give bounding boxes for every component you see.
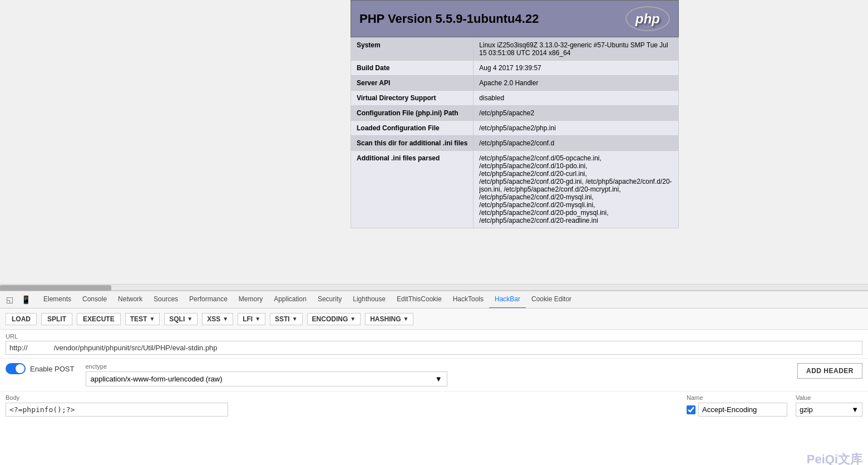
table-cell-label: System	[351, 38, 474, 61]
tab-console[interactable]: Console	[77, 291, 112, 309]
dropdown-arrow-icon: ▼	[255, 316, 260, 322]
devtools-panel: ◱ 📱 ElementsConsoleNetworkSourcesPerform…	[0, 291, 868, 465]
table-cell-value: /etc/php5/apache2/conf.d/05-opcache.ini,…	[474, 151, 679, 228]
enable-post-label: Enable POST	[30, 365, 75, 373]
php-logo-text: php	[635, 11, 660, 27]
table-row: Additional .ini files parsed/etc/php5/ap…	[351, 151, 679, 228]
tab-network[interactable]: Network	[112, 291, 148, 309]
enable-post-section: Enable POST	[6, 363, 75, 374]
table-cell-value: /etc/php5/apache2/php.ini	[474, 121, 679, 136]
tab-hackbar[interactable]: HackBar	[489, 291, 526, 309]
php-header: PHP Version 5.5.9-1ubuntu4.22 php	[351, 0, 679, 37]
watermark: PeiQi文库	[807, 451, 862, 465]
tab-cookie-editor[interactable]: Cookie Editor	[526, 291, 577, 309]
header-value-section: Value gzip ▼	[796, 394, 862, 417]
tab-memory[interactable]: Memory	[233, 291, 268, 309]
device-toggle-icon[interactable]: 📱	[19, 293, 32, 306]
dropdown-arrow-icon: ▼	[292, 316, 298, 322]
table-cell-label: Build Date	[351, 61, 474, 76]
hackbar-dropdown-xss[interactable]: XSS ▼	[202, 313, 233, 325]
dropdown-arrow-icon: ▼	[187, 316, 193, 322]
body-header-section: Body Name Value gzip ▼ PeiQi文库	[0, 391, 868, 419]
scrollbar-thumb[interactable]	[0, 285, 111, 291]
hackbar-dropdown-lfi[interactable]: LFI ▼	[238, 313, 265, 325]
tab-elements[interactable]: Elements	[38, 291, 77, 309]
dropdown-arrow-icon: ▼	[403, 316, 409, 322]
tab-hacktools[interactable]: HackTools	[447, 291, 489, 309]
table-cell-value: /etc/php5/apache2	[474, 106, 679, 121]
header-name-input[interactable]	[698, 403, 787, 417]
table-row: Server APIApache 2.0 Handler	[351, 76, 679, 91]
table-row: Configuration File (php.ini) Path/etc/ph…	[351, 106, 679, 121]
tab-security[interactable]: Security	[312, 291, 347, 309]
table-cell-label: Additional .ini files parsed	[351, 151, 474, 228]
dropdown-arrow-icon: ▼	[223, 316, 228, 322]
devtools-icon-group: ◱ 📱	[3, 293, 32, 306]
table-row: Scan this dir for additional .ini files/…	[351, 136, 679, 151]
url-input[interactable]	[6, 341, 862, 355]
php-version-title: PHP Version 5.5.9-1ubuntu4.22	[359, 12, 539, 26]
hackbar-btn-split[interactable]: SPLIT	[41, 313, 72, 325]
php-logo: php	[625, 6, 670, 31]
enctype-value: application/x-www-form-urlencoded (raw)	[91, 375, 223, 383]
header-name-label: Name	[687, 394, 787, 401]
horizontal-scrollbar[interactable]	[0, 284, 868, 291]
hackbar-dropdown-test[interactable]: TEST ▼	[125, 313, 160, 325]
tab-editthiscookie[interactable]: EditThisCookie	[391, 291, 447, 309]
enable-post-toggle[interactable]	[6, 363, 26, 374]
tab-sources[interactable]: Sources	[148, 291, 184, 309]
table-row: Loaded Configuration File/etc/php5/apach…	[351, 121, 679, 136]
table-cell-value: disabled	[474, 91, 679, 106]
header-section: Name Value gzip ▼	[687, 394, 862, 417]
url-label: URL	[6, 333, 862, 340]
table-cell-label: Virtual Directory Support	[351, 91, 474, 106]
hackbar-btn-load[interactable]: LOAD	[6, 313, 37, 325]
hackbar-btn-execute[interactable]: EXECUTE	[77, 313, 121, 325]
enctype-dropdown[interactable]: application/x-www-form-urlencoded (raw) …	[86, 371, 447, 386]
header-name-container	[687, 403, 787, 417]
add-header-button[interactable]: ADD HEADER	[797, 363, 862, 379]
table-cell-label: Server API	[351, 76, 474, 91]
enctype-label: enctype	[86, 363, 786, 370]
table-cell-value: Aug 4 2017 19:39:57	[474, 61, 679, 76]
table-row: Build DateAug 4 2017 19:39:57	[351, 61, 679, 76]
tab-performance[interactable]: Performance	[184, 291, 233, 309]
post-section: Enable POST enctype application/x-www-fo…	[0, 358, 868, 391]
tab-lighthouse[interactable]: Lighthouse	[347, 291, 391, 309]
body-label: Body	[6, 394, 675, 401]
hackbar-dropdown-sqli[interactable]: SQLI ▼	[164, 313, 198, 325]
php-info-container: PHP Version 5.5.9-1ubuntu4.22 php System…	[351, 0, 679, 228]
dropdown-arrow-icon: ▼	[149, 316, 155, 322]
php-info-table: SystemLinux iZ25o3isq69Z 3.13.0-32-gener…	[351, 37, 679, 228]
enctype-arrow-icon: ▼	[435, 375, 442, 383]
enctype-section: enctype application/x-www-form-urlencode…	[86, 363, 786, 386]
select-cursor-icon[interactable]: ◱	[3, 293, 16, 306]
url-section: URL	[0, 330, 868, 358]
body-section: Body	[6, 394, 675, 417]
hackbar-dropdown-ssti[interactable]: SSTI ▼	[270, 313, 303, 325]
header-value-text: gzip	[800, 405, 813, 414]
browser-viewport: PHP Version 5.5.9-1ubuntu4.22 php System…	[0, 0, 868, 284]
table-cell-value: /etc/php5/apache2/conf.d	[474, 136, 679, 151]
header-value-label: Value	[796, 394, 862, 401]
header-value-arrow-icon: ▼	[851, 405, 859, 414]
table-row: Virtual Directory Supportdisabled	[351, 91, 679, 106]
header-value-dropdown[interactable]: gzip ▼	[796, 403, 862, 417]
table-cell-label: Scan this dir for additional .ini files	[351, 136, 474, 151]
body-input[interactable]	[6, 403, 228, 417]
table-cell-value: Linux iZ25o3isq69Z 3.13.0-32-generic #57…	[474, 38, 679, 61]
devtools-tabs-bar: ◱ 📱 ElementsConsoleNetworkSourcesPerform…	[0, 291, 868, 309]
tab-application[interactable]: Application	[268, 291, 312, 309]
table-cell-value: Apache 2.0 Handler	[474, 76, 679, 91]
hackbar-toolbar: LOADSPLITEXECUTETEST ▼SQLI ▼XSS ▼LFI ▼SS…	[0, 309, 868, 330]
hackbar-dropdown-hashing[interactable]: HASHING ▼	[365, 313, 413, 325]
hackbar-dropdown-encoding[interactable]: ENCODING ▼	[307, 313, 361, 325]
table-cell-label: Loaded Configuration File	[351, 121, 474, 136]
table-cell-label: Configuration File (php.ini) Path	[351, 106, 474, 121]
dropdown-arrow-icon: ▼	[350, 316, 356, 322]
header-name-field: Name	[687, 394, 787, 417]
table-row: SystemLinux iZ25o3isq69Z 3.13.0-32-gener…	[351, 38, 679, 61]
header-checkbox[interactable]	[687, 405, 696, 414]
